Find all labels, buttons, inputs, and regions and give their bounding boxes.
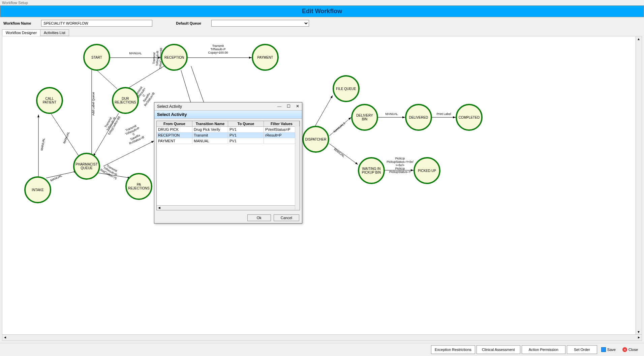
canvas-horizontal-scrollbar[interactable] <box>2 334 642 340</box>
node-dispatcher[interactable]: DISPATCHER <box>302 126 329 153</box>
save-button[interactable]: Save <box>599 345 618 354</box>
node-picked-up[interactable]: PICKED UP <box>413 157 440 184</box>
canvas-vertical-scrollbar[interactable] <box>636 36 642 334</box>
edge-label: Transmit TrResult=P C SaveRx RxStatus=B <box>123 123 145 145</box>
save-label: Save <box>607 348 616 352</box>
svg-line-9 <box>98 173 130 178</box>
footer-toolbar: Exception Restrictions Clinical Assessme… <box>0 343 644 356</box>
window-title: Workflow Setup <box>0 0 644 5</box>
edge-label: Transmit TrResult=R TrRejCodes=88 <box>101 112 121 136</box>
clinical-assessment-button[interactable]: Clinical Assessment <box>477 345 520 354</box>
node-completed[interactable]: COMPLETED <box>456 104 483 131</box>
cell: MANUAL <box>192 138 228 144</box>
node-dur-rejections[interactable]: DUR REJECTIONS <box>112 87 139 114</box>
default-queue-select[interactable] <box>211 20 309 27</box>
node-pharmacist-queue[interactable]: PHARMACIST QUEUE <box>73 153 100 180</box>
default-queue-label: Default Queue <box>176 21 201 25</box>
edge-label: MANUAL <box>50 174 63 182</box>
col-from-queue[interactable]: From Queue <box>157 121 192 126</box>
node-reception[interactable]: RECEPTION <box>161 44 188 71</box>
edge-label: MANUAL <box>385 112 398 116</box>
tabs: Workflow Designer Activities List <box>0 29 644 36</box>
workflow-canvas[interactable]: START RECEPTION PAYMENT CALL PATIENT DUR… <box>2 36 642 340</box>
node-call-patient[interactable]: CALL PATIENT <box>36 87 63 114</box>
svg-line-5 <box>93 113 119 156</box>
set-order-button[interactable]: Set Order <box>567 345 597 354</box>
cell: DRUG PICK <box>157 127 192 132</box>
svg-line-4 <box>97 70 117 89</box>
node-delivered[interactable]: DELIVERED <box>405 104 432 131</box>
node-waiting-pickup-bin[interactable]: WAITING IN PICKUP BIN <box>358 157 385 184</box>
edge-label: MANUAL <box>129 52 142 55</box>
edge-label: PickUp PickupStatus=Y<br/ ><br/> PickUp … <box>387 157 413 174</box>
close-icon[interactable]: ✕ <box>296 104 299 109</box>
workflow-name-input[interactable] <box>41 20 152 27</box>
cell: Drug Pick Verify <box>192 127 228 132</box>
cancel-button[interactable]: Cancel <box>274 214 299 221</box>
page-heading: Edit Workflow <box>0 5 644 17</box>
cell: rResult=P <box>264 132 300 138</box>
edge-label: MANUAL <box>40 138 45 151</box>
cell: PV1 <box>228 138 264 144</box>
exception-restrictions-button[interactable]: Exception Restrictions <box>431 345 475 354</box>
node-start[interactable]: START <box>83 44 110 71</box>
tab-workflow-designer[interactable]: Workflow Designer <box>2 29 40 36</box>
dialog-title: Select Activity <box>157 104 182 109</box>
cell: PAYMENT <box>157 138 192 144</box>
form-row: Workflow Name Default Queue <box>0 17 644 29</box>
edge-label: Add Label Queue <box>92 92 95 116</box>
node-payment[interactable]: PAYMENT <box>252 44 279 71</box>
close-label: Close <box>628 348 638 352</box>
cell: PV1 <box>228 127 264 132</box>
ok-button[interactable]: Ok <box>247 214 271 221</box>
cell: PV1 <box>228 132 264 138</box>
tab-activities-list[interactable]: Activities List <box>40 29 69 36</box>
svg-line-14 <box>329 117 351 136</box>
table-row[interactable]: DRUG PICK Drug Pick Verify PV1 PVerifSta… <box>157 127 300 132</box>
svg-line-6 <box>51 114 80 158</box>
col-filter-values[interactable]: Filter Values <box>264 121 300 126</box>
activity-grid[interactable]: From Queue Transition Name To Queue Filt… <box>156 121 300 210</box>
svg-line-10 <box>103 141 154 166</box>
edge-label: Transmit TrResult=P Copay>100.00 <box>208 44 228 54</box>
node-file-queue[interactable]: FILE QUEUE <box>333 75 360 102</box>
cell: RECEPTION <box>157 132 192 138</box>
node-delivery-bin[interactable]: DELIVERY BIN <box>351 104 378 131</box>
cell: Transmit <box>192 132 228 138</box>
cell: PVerifStatus=P <box>264 127 300 132</box>
grid-horizontal-scrollbar[interactable] <box>157 205 300 210</box>
save-icon <box>601 347 606 352</box>
col-transition-name[interactable]: Transition Name <box>192 121 228 126</box>
cell <box>264 138 300 144</box>
col-to-queue[interactable]: To Queue <box>228 121 264 126</box>
select-activity-dialog: Select Activity — ☐ ✕ Select Activity Fr… <box>154 102 302 224</box>
dialog-subtitle: Select Activity <box>154 110 302 119</box>
table-row[interactable]: RECEPTION Transmit PV1 rResult=P <box>157 132 300 138</box>
svg-line-8 <box>46 171 76 178</box>
maximize-icon[interactable]: ☐ <box>287 104 290 109</box>
grid-vertical-scrollbar[interactable] <box>295 126 300 210</box>
edge-label: Print Label <box>436 112 451 116</box>
svg-line-15 <box>329 144 358 165</box>
close-icon: ✕ <box>622 347 627 352</box>
edge-label: Transmit TrResult=R RejCodes=75 <box>100 162 121 180</box>
edge-label: MANUAL1 <box>333 122 346 134</box>
table-row[interactable]: PAYMENT MANUAL PV1 <box>157 138 300 144</box>
action-permission-button[interactable]: Action Permission <box>522 345 565 354</box>
edge-label: MANUAL <box>333 148 345 158</box>
node-pa-rejections[interactable]: PA REJECTIONS <box>125 173 152 200</box>
close-button[interactable]: ✕ Close <box>620 345 641 354</box>
workflow-name-label: Workflow Name <box>3 21 31 25</box>
edge-label: MANUAL <box>62 131 70 144</box>
minimize-icon[interactable]: — <box>277 104 281 109</box>
node-intake[interactable]: INTAKE <box>24 176 51 203</box>
